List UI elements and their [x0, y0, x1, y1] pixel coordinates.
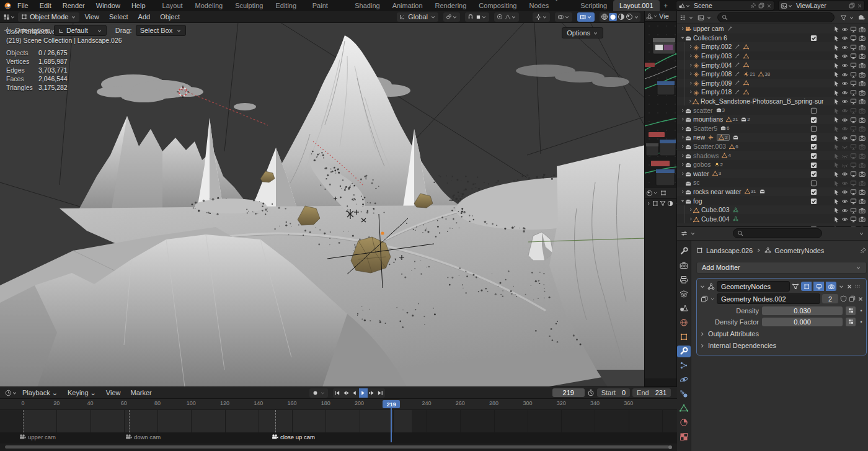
disable-render-icon[interactable]	[859, 133, 866, 141]
auto-keying-toggle[interactable]	[309, 388, 328, 398]
collection-checkbox[interactable]	[810, 115, 817, 123]
outliner-row[interactable]: Empty.009	[677, 79, 868, 88]
collection-checkbox[interactable]	[810, 133, 817, 141]
disable-viewport-icon[interactable]	[850, 151, 857, 159]
selectable-icon[interactable]	[833, 224, 839, 226]
outliner-item-label[interactable]: scatter	[693, 107, 713, 114]
add-workspace-button[interactable]: +	[660, 0, 672, 11]
viewport-menu-add[interactable]: Add	[133, 13, 156, 20]
outliner-row[interactable]: water3	[677, 169, 868, 179]
xray-toggle[interactable]	[577, 12, 595, 22]
pin-icon[interactable]	[860, 247, 867, 254]
hide-eye-closed-icon[interactable]	[841, 161, 848, 169]
outliner-row[interactable]: upper cam	[677, 24, 868, 33]
selectable-icon[interactable]	[833, 70, 839, 78]
hide-eye-icon[interactable]	[841, 43, 848, 51]
realtime-toggle[interactable]	[813, 282, 824, 291]
jump-to-end-button[interactable]	[376, 388, 385, 398]
transform-orientation[interactable]: Global	[397, 12, 438, 22]
drag-dropdown[interactable]: Select Box	[136, 25, 187, 36]
disable-render-icon[interactable]	[859, 215, 866, 223]
outliner-item-label[interactable]: Scatter.003	[693, 143, 726, 150]
mini-editor-canvas[interactable]	[645, 199, 676, 378]
properties-options-icon[interactable]	[859, 231, 864, 236]
disable-viewport-icon[interactable]	[850, 97, 857, 105]
timeline-ruler[interactable]: 0204060801001201401601802002402602803003…	[0, 399, 677, 410]
funnel-icon[interactable]	[660, 200, 666, 207]
disable-viewport-icon[interactable]	[850, 106, 857, 114]
editor-type-icon[interactable]	[3, 14, 10, 20]
disclosure-closed-icon[interactable]	[680, 153, 685, 158]
disable-render-icon[interactable]	[859, 188, 866, 196]
topbar-menu-help[interactable]: Help	[126, 2, 151, 9]
collection-checkbox[interactable]	[810, 179, 817, 187]
hide-eye-icon[interactable]	[841, 34, 848, 42]
mode-selector[interactable]: Object Mode	[18, 12, 79, 22]
timeline-menu-keying[interactable]: Keying ⌄	[63, 389, 101, 397]
selectable-icon[interactable]	[833, 161, 839, 168]
scene-name[interactable]: Scene	[691, 2, 750, 9]
node-editor-menu-truncated[interactable]: Vie	[659, 12, 669, 20]
properties-tab-output[interactable]	[677, 274, 691, 286]
modifier-section-row[interactable]: Internal Dependencies	[699, 341, 864, 351]
properties-tab-world[interactable]	[677, 317, 691, 329]
disable-viewport-icon[interactable]	[850, 115, 857, 123]
modifier-extras-icon[interactable]	[838, 284, 844, 290]
selectable-icon[interactable]	[833, 115, 839, 123]
hide-eye-closed-icon[interactable]	[841, 151, 848, 159]
outliner-row[interactable]: Empty.002	[677, 42, 868, 51]
topbar-menu-edit[interactable]: Edit	[34, 2, 57, 9]
selectable-icon[interactable]	[833, 188, 839, 195]
outliner-row[interactable]: Empty.004	[677, 60, 868, 69]
frame-start-field[interactable]: Start0	[597, 388, 630, 397]
workspace-tab-uv-editing[interactable]: UV Editing	[269, 0, 306, 11]
outliner-item-label[interactable]: Scatter5	[693, 125, 717, 132]
input-attribute-toggle[interactable]	[846, 318, 856, 326]
shading-sphere-icon[interactable]	[646, 190, 653, 197]
timeline-editor[interactable]: Playback ⌄Keying ⌄ViewMarker	[0, 386, 677, 451]
modifier-name-field[interactable]: GeometryNodes	[717, 281, 790, 292]
workspace-tab-texture-paint[interactable]: Texture Paint	[306, 0, 349, 11]
disable-render-icon[interactable]	[859, 61, 866, 69]
hide-eye-icon[interactable]	[841, 88, 848, 96]
disable-render-icon[interactable]	[859, 224, 866, 226]
hide-eye-icon[interactable]	[841, 169, 848, 177]
disable-render-icon[interactable]	[859, 197, 866, 205]
hide-eye-icon[interactable]	[841, 115, 848, 123]
workspace-tab-compositing[interactable]: Compositing	[472, 0, 523, 11]
geometry-node-editor-strip[interactable]: Vie	[645, 11, 677, 386]
properties-tab-texture[interactable]	[677, 431, 691, 443]
outliner-row[interactable]: fog	[677, 196, 868, 205]
selectable-icon[interactable]	[833, 215, 839, 223]
outliner-row[interactable]: Empty.003	[677, 51, 868, 61]
viewport-menu-select[interactable]: Select	[104, 13, 133, 20]
disable-viewport-icon[interactable]	[850, 224, 857, 226]
selectable-icon[interactable]	[833, 61, 839, 69]
display-mode-icon[interactable]	[698, 14, 704, 21]
disable-viewport-icon[interactable]	[850, 61, 857, 69]
render-toggle[interactable]	[826, 282, 836, 291]
outliner-item-label[interactable]: Empty.009	[701, 79, 732, 87]
duplicate-icon[interactable]	[849, 295, 856, 302]
timeline-scrollbar[interactable]	[0, 444, 677, 451]
selectable-icon[interactable]	[833, 34, 839, 42]
disable-viewport-icon[interactable]	[850, 206, 857, 214]
disable-viewport-icon[interactable]	[850, 79, 857, 87]
collection-checkbox[interactable]	[810, 143, 817, 151]
workspace-tab-layout-001[interactable]: Layout.001	[613, 0, 659, 11]
disable-render-icon[interactable]	[859, 106, 866, 114]
selectable-icon[interactable]	[833, 107, 839, 114]
timeline-marker-strip[interactable]: upper cam down cam close up cam	[0, 432, 677, 444]
proportional-editing[interactable]	[494, 12, 519, 22]
hide-eye-icon[interactable]	[841, 133, 848, 141]
selectable-icon[interactable]	[833, 125, 839, 132]
hide-eye-icon[interactable]	[841, 52, 848, 60]
hide-eye-icon[interactable]	[841, 224, 848, 226]
selectable-icon[interactable]	[833, 52, 839, 60]
selectable-icon[interactable]	[833, 97, 839, 105]
hide-eye-icon[interactable]	[841, 25, 848, 33]
outliner-row[interactable]: rocks near water31	[677, 187, 868, 197]
disable-render-icon[interactable]	[859, 88, 866, 96]
shading-material-icon[interactable]	[618, 13, 625, 20]
breadcrumb-modifier[interactable]: GeometryNodes	[774, 247, 824, 254]
